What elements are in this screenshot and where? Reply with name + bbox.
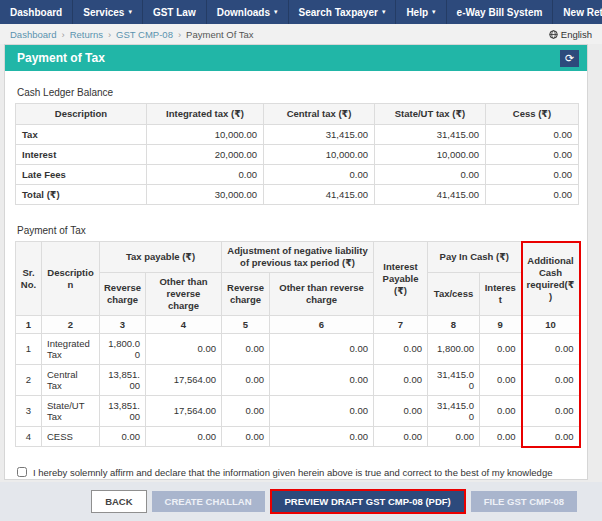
back-button[interactable]: BACK: [91, 490, 146, 513]
cell-value: 0.00: [222, 364, 270, 395]
chevron-down-icon: [432, 8, 436, 16]
row-label: Late Fees: [16, 164, 147, 184]
cell-value: 0.00: [100, 426, 146, 447]
cell-value: 10,000.00: [375, 144, 486, 164]
top-navbar: Dashboard Services GST Law Downloads Sea…: [0, 0, 602, 24]
column-number: 4: [146, 315, 222, 333]
cell-value: 0.00: [375, 164, 486, 184]
nav-item-gst-law[interactable]: GST Law: [143, 0, 207, 24]
cell-value: 0.00: [480, 364, 522, 395]
language-selector[interactable]: English: [549, 29, 592, 40]
row-description: Central Tax: [42, 364, 100, 395]
sr-no: 3: [16, 395, 42, 426]
file-gst-cmp-08-button[interactable]: FILE GST CMP-08: [471, 491, 577, 512]
declaration-checkbox[interactable]: [17, 467, 27, 477]
cell-value: 10,000.00: [147, 124, 264, 144]
cell-value: 0.00: [147, 164, 264, 184]
row-label: Interest: [16, 144, 147, 164]
table-row: 4 CESS 0.00 0.00 0.00 0.00 0.00 0.00 0.0…: [16, 426, 580, 447]
sr-no: 1: [16, 333, 42, 364]
column-number: 8: [428, 315, 480, 333]
cell-value: 0.00: [264, 164, 375, 184]
payment-header-row-1: Sr. No. Description Tax payable (₹) Adju…: [16, 242, 580, 273]
cell-value: 0.00: [222, 333, 270, 364]
table-row: Tax 10,000.00 31,415.00 31,415.00 0.00: [16, 124, 579, 144]
cell-value: 0.00: [480, 426, 522, 447]
cell-value: 0.00: [374, 364, 428, 395]
nav-item-eway-bill[interactable]: e-Way Bill System: [447, 0, 554, 24]
cell-value: 41,415.00: [264, 184, 375, 204]
breadcrumb-current: Payment Of Tax: [186, 29, 253, 40]
nav-item-new-return[interactable]: New Return (Trial): [553, 0, 602, 24]
breadcrumb-returns[interactable]: Returns: [70, 29, 103, 40]
cell-value: 0.00: [270, 426, 374, 447]
chevron-down-icon: [382, 8, 386, 16]
row-description: CESS: [42, 426, 100, 447]
column-number: 10: [522, 315, 580, 333]
preview-draft-button[interactable]: PREVIEW DRAFT GST CMP-08 (PDF): [270, 489, 466, 514]
breadcrumb-gst-cmp-08[interactable]: GST CMP-08: [116, 29, 173, 40]
cell-value: 0.00: [480, 333, 522, 364]
cell-value: 31,415.00: [428, 364, 480, 395]
cell-value: 0.00: [486, 164, 579, 184]
col-header-pay-in-cash: Pay In Cash (₹): [428, 242, 522, 273]
chevron-down-icon: [128, 8, 132, 16]
page-title: Payment of Tax: [17, 51, 105, 65]
cell-value: 17,564.00: [146, 395, 222, 426]
row-description: Integrated Tax: [42, 333, 100, 364]
cash-ledger-section-title: Cash Ledger Balance: [17, 87, 577, 98]
cell-value-additional-cash: 0.00: [522, 364, 580, 395]
cell-value: 31,415.00: [375, 124, 486, 144]
col-header-sr-no: Sr. No.: [16, 242, 42, 315]
col-header-description: Description: [42, 242, 100, 315]
nav-item-downloads[interactable]: Downloads: [207, 0, 289, 24]
payment-section-title: Payment of Tax: [17, 225, 577, 236]
create-challan-button[interactable]: CREATE CHALLAN: [152, 491, 265, 512]
sr-no: 2: [16, 364, 42, 395]
payment-of-tax-table: Sr. No. Description Tax payable (₹) Adju…: [15, 241, 581, 448]
col-header-central-tax: Central tax (₹): [264, 104, 375, 125]
table-row: 1 Integrated Tax 1,800.00 0.00 0.00 0.00…: [16, 333, 580, 364]
cell-value: 1,800.00: [428, 333, 480, 364]
col-header-interest-payable: Interest Payable (₹): [374, 242, 428, 315]
col-header-reverse-charge: Reverse charge: [222, 273, 270, 316]
cell-value: 1,800.00: [100, 333, 146, 364]
declaration-row: I hereby solemnly affirm and declare tha…: [17, 466, 575, 480]
content-panel: Payment of Tax ⟳ Cash Ledger Balance Des…: [4, 44, 588, 480]
cash-ledger-header-row: Description Integrated tax (₹) Central t…: [16, 104, 579, 125]
cell-value: 0.00: [146, 333, 222, 364]
col-header-tax-payable: Tax payable (₹): [100, 242, 222, 273]
nav-item-services[interactable]: Services: [73, 0, 143, 24]
cell-value: 0.00: [428, 426, 480, 447]
col-header-cess: Cess (₹): [486, 104, 579, 125]
col-header-adjustment: Adjustment of negative liability of prev…: [222, 242, 374, 273]
sr-no: 4: [16, 426, 42, 447]
cell-value: 0.00: [270, 395, 374, 426]
col-header-interest: Interest: [480, 273, 522, 316]
col-header-tax-cess: Tax/cess: [428, 273, 480, 316]
cell-value: 0.00: [374, 395, 428, 426]
column-number: 6: [270, 315, 374, 333]
cell-value-additional-cash: 0.00: [522, 333, 580, 364]
refresh-button[interactable]: ⟳: [560, 50, 579, 67]
cell-value: 41,415.00: [375, 184, 486, 204]
globe-icon: [549, 30, 558, 39]
panel-body: Cash Ledger Balance Description Integrat…: [5, 71, 587, 480]
nav-item-help[interactable]: Help: [396, 0, 446, 24]
nav-item-dashboard[interactable]: Dashboard: [0, 0, 73, 24]
row-description: State/UT Tax: [42, 395, 100, 426]
footer-action-bar: BACK CREATE CHALLAN PREVIEW DRAFT GST CM…: [0, 482, 602, 521]
nav-item-search-taxpayer[interactable]: Search Taxpayer: [289, 0, 397, 24]
table-row: 3 State/UT Tax 13,851.00 17,564.00 0.00 …: [16, 395, 580, 426]
cell-value: 0.00: [222, 426, 270, 447]
breadcrumb-bar: Dashboard Returns GST CMP-08 Payment Of …: [0, 24, 602, 44]
col-header-description: Description: [16, 104, 147, 125]
breadcrumb-separator: [61, 29, 64, 40]
column-number: 2: [42, 315, 100, 333]
declaration-text: I hereby solemnly affirm and declare tha…: [33, 466, 575, 480]
cell-value: 0.00: [486, 184, 579, 204]
breadcrumb-separator: [108, 29, 111, 40]
col-header-other-than-reverse-charge: Other than reverse charge: [270, 273, 374, 316]
breadcrumb-dashboard[interactable]: Dashboard: [10, 29, 56, 40]
column-number: 9: [480, 315, 522, 333]
